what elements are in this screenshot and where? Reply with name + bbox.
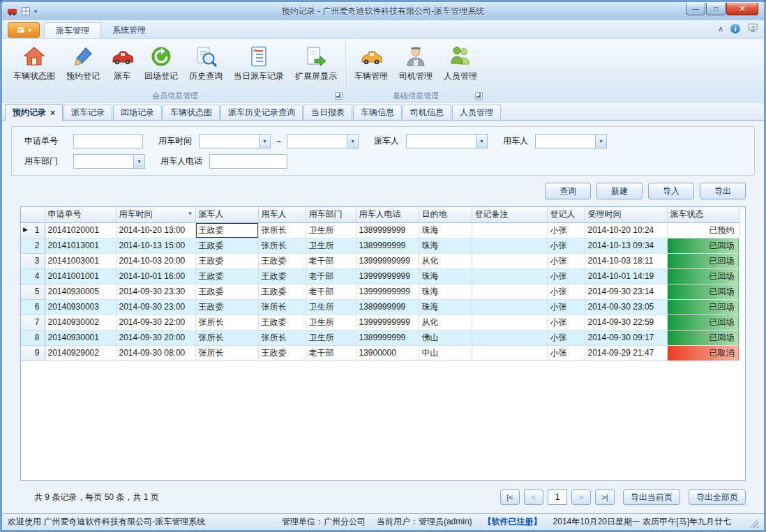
cell-phone[interactable]: 13999999999: [356, 284, 419, 299]
cell-phone[interactable]: 13999999999: [356, 253, 419, 268]
maximize-button[interactable]: □: [706, 3, 726, 15]
app-menu-button[interactable]: ▾: [8, 22, 40, 38]
cell-registrar[interactable]: 小张: [547, 268, 585, 284]
cell-user[interactable]: 张所长: [258, 238, 306, 253]
cell-accept_time[interactable]: 2014-09-30 23:14: [585, 284, 667, 299]
cell-dept[interactable]: 卫生所: [306, 299, 356, 314]
cell-registrar[interactable]: 小张: [547, 345, 585, 360]
dialog-launcher-icon[interactable]: [475, 92, 483, 100]
next-page-button[interactable]: >: [571, 489, 591, 505]
tab-close-icon[interactable]: ×: [50, 109, 55, 116]
ribbon-button-历史查询[interactable]: 历史查询: [183, 41, 228, 90]
column-header-用车部门[interactable]: 用车部门: [306, 207, 356, 222]
column-header-登记人[interactable]: 登记人: [547, 207, 585, 222]
collapse-ribbon-icon[interactable]: ∧: [718, 24, 723, 33]
ribbon-button-人员管理[interactable]: 人员管理: [438, 41, 483, 90]
cell-user[interactable]: 王政委: [258, 268, 306, 284]
cell-dept[interactable]: 老干部: [306, 345, 356, 360]
cell-time[interactable]: 2014-09-30 23:30: [116, 284, 195, 299]
cell-time[interactable]: 2014-09-30 08:00: [116, 345, 195, 360]
cell-phone[interactable]: 13900000: [356, 345, 419, 360]
cell-dept[interactable]: 老干部: [306, 284, 356, 299]
column-header-目的地[interactable]: 目的地: [419, 207, 472, 222]
cell-dept[interactable]: 卫生所: [306, 238, 356, 253]
chevron-down-icon[interactable]: ▼: [259, 134, 271, 149]
dispatcher-combo[interactable]: ▼: [406, 134, 488, 149]
cell-accept_time[interactable]: 2014-09-30 22:59: [585, 314, 667, 330]
cell-apply_no[interactable]: 20140930001: [45, 330, 116, 345]
row-selector[interactable]: ▶1: [21, 222, 45, 238]
column-header-用车人电话[interactable]: 用车人电话: [356, 207, 419, 222]
cell-dispatcher[interactable]: 张所长: [195, 345, 258, 360]
cell-destination[interactable]: 从化: [419, 253, 472, 268]
column-header-受理时间[interactable]: 受理时间: [585, 207, 667, 222]
cell-phone[interactable]: 13999999999: [356, 268, 419, 284]
cell-dispatcher[interactable]: 王政委: [195, 299, 258, 314]
export-button[interactable]: 导出: [700, 183, 746, 199]
doc-tab-派车记录[interactable]: 派车记录: [63, 105, 112, 120]
cell-remark[interactable]: [472, 345, 547, 360]
cell-destination[interactable]: 珠海: [419, 238, 472, 253]
cell-dispatcher[interactable]: 张所长: [195, 330, 258, 345]
cell-accept_time[interactable]: 2014-10-03 18:11: [585, 253, 667, 268]
cell-dept[interactable]: 老干部: [306, 268, 356, 284]
page-number-input[interactable]: [548, 489, 567, 505]
cell-status[interactable]: 已回场: [667, 238, 739, 253]
ribbon-tab-系统管理[interactable]: 系统管理: [101, 22, 157, 38]
cell-registrar[interactable]: 小张: [547, 238, 585, 253]
cell-dept[interactable]: 卫生所: [306, 330, 356, 345]
apply-no-input[interactable]: [73, 134, 143, 149]
cell-status[interactable]: 已回场: [667, 253, 739, 268]
column-filter-icon[interactable]: ▼: [188, 211, 193, 217]
row-selector[interactable]: 8: [21, 330, 45, 345]
new-button[interactable]: 新建: [596, 183, 643, 199]
info-icon[interactable]: i: [730, 24, 740, 33]
cell-dispatcher[interactable]: 王政委: [195, 268, 258, 284]
user-value[interactable]: [535, 134, 595, 149]
cell-remark[interactable]: [472, 222, 547, 238]
cell-time[interactable]: 2014-10-01 16:00: [116, 268, 195, 284]
cell-time[interactable]: 2014-09-30 20:00: [116, 330, 195, 345]
ribbon-button-司机管理[interactable]: 司机管理: [393, 41, 438, 90]
cell-destination[interactable]: 珠海: [419, 268, 472, 284]
cell-user[interactable]: 王政委: [258, 314, 306, 330]
cell-status[interactable]: 已取消: [667, 345, 739, 360]
cell-registrar[interactable]: 小张: [547, 253, 585, 268]
cell-status[interactable]: 已回场: [667, 284, 739, 299]
ribbon-button-派车[interactable]: 派车: [105, 41, 139, 90]
doc-tab-当日报表[interactable]: 当日报表: [303, 105, 352, 120]
cell-apply_no[interactable]: 20141013001: [45, 238, 116, 253]
import-button[interactable]: 导入: [648, 183, 694, 199]
doc-tab-司机信息[interactable]: 司机信息: [403, 105, 451, 120]
minimize-button[interactable]: —: [686, 3, 705, 15]
column-header-用车时间[interactable]: 用车时间▼: [116, 207, 195, 222]
row-selector-header[interactable]: [21, 207, 45, 222]
cell-dispatcher[interactable]: 王政委: [195, 284, 258, 299]
column-header-用车人[interactable]: 用车人: [258, 207, 306, 222]
cell-destination[interactable]: 佛山: [419, 330, 472, 345]
cell-apply_no[interactable]: 20140930005: [45, 284, 116, 299]
export-all-pages-button[interactable]: 导出全部页: [689, 489, 746, 505]
cell-time[interactable]: 2014-10-03 20:00: [116, 253, 195, 268]
row-selector[interactable]: 3: [21, 253, 45, 268]
ribbon-tab-派车管理[interactable]: 派车管理: [44, 22, 101, 38]
cell-dept[interactable]: 卫生所: [306, 314, 356, 330]
cell-remark[interactable]: [472, 314, 547, 330]
column-header-申请单号[interactable]: 申请单号: [45, 207, 116, 222]
row-selector[interactable]: 9: [21, 345, 45, 360]
cell-accept_time[interactable]: 2014-10-13 09:34: [585, 238, 667, 253]
column-header-派车人[interactable]: 派车人: [195, 207, 258, 222]
cell-accept_time[interactable]: 2014-10-01 14:19: [585, 268, 667, 284]
ribbon-button-回场登记[interactable]: 回场登记: [139, 41, 183, 90]
doc-tab-车辆信息[interactable]: 车辆信息: [353, 105, 402, 120]
doc-tab-人员管理[interactable]: 人员管理: [452, 105, 501, 120]
cell-time[interactable]: 2014-10-20 13:00: [116, 222, 195, 238]
column-header-登记备注[interactable]: 登记备注: [472, 207, 547, 222]
doc-tab-派车历史记录查询[interactable]: 派车历史记录查询: [220, 105, 303, 120]
chevron-down-icon[interactable]: ▼: [476, 134, 488, 149]
last-page-button[interactable]: >|: [595, 489, 615, 505]
cell-registrar[interactable]: 小张: [547, 284, 585, 299]
cell-dept[interactable]: 老干部: [306, 253, 356, 268]
row-selector[interactable]: 6: [21, 299, 45, 314]
cell-remark[interactable]: [472, 238, 547, 253]
